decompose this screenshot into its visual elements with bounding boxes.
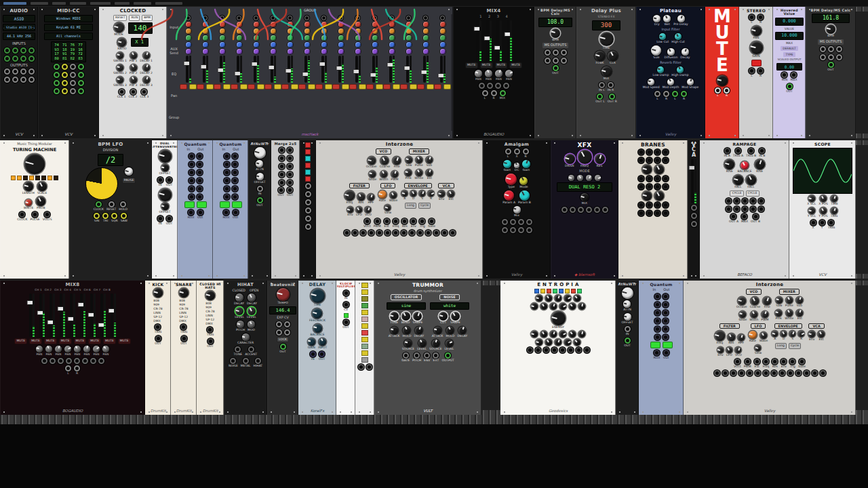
knob[interactable] <box>749 331 757 339</box>
jack-port[interactable] <box>820 46 826 52</box>
solo-button[interactable] <box>240 84 248 89</box>
jack-port[interactable] <box>646 184 652 190</box>
knob[interactable] <box>574 295 580 302</box>
jack-port[interactable] <box>74 365 80 371</box>
knob[interactable] <box>356 207 362 213</box>
jack-port[interactable] <box>208 338 214 344</box>
interzone[interactable]: InterzoneVCOOctaveCoarseFineGlideWidthPW… <box>316 140 483 279</box>
knob[interactable] <box>545 295 552 302</box>
mute-button[interactable] <box>315 84 323 89</box>
channel-knob[interactable] <box>254 49 259 54</box>
fader-track[interactable] <box>220 56 222 83</box>
fader-track[interactable] <box>486 20 489 61</box>
jack-port[interactable] <box>279 171 285 178</box>
jack-port[interactable] <box>450 230 456 236</box>
knob[interactable] <box>654 165 664 174</box>
jack-port[interactable] <box>54 72 60 78</box>
jack-port[interactable] <box>224 178 230 184</box>
knob[interactable] <box>391 327 398 334</box>
knob[interactable] <box>642 191 652 201</box>
knob[interactable] <box>153 288 163 298</box>
led[interactable] <box>47 176 52 180</box>
channel-knob[interactable] <box>203 28 208 34</box>
jack-port[interactable] <box>526 219 532 225</box>
channel-knob[interactable] <box>288 35 293 41</box>
knob[interactable] <box>564 295 571 302</box>
knob[interactable] <box>677 66 684 73</box>
knob[interactable] <box>426 169 433 176</box>
channel-knob[interactable] <box>440 42 446 47</box>
jack-port[interactable] <box>197 161 203 167</box>
jack-port[interactable] <box>804 370 810 376</box>
jack-port[interactable] <box>663 326 669 332</box>
knob[interactable] <box>781 331 787 337</box>
knob[interactable] <box>117 52 123 59</box>
jack-port[interactable] <box>166 216 172 222</box>
jack-port[interactable] <box>518 219 524 225</box>
led[interactable] <box>361 303 368 308</box>
jack-port[interactable] <box>755 370 761 376</box>
jack-port[interactable] <box>368 230 374 236</box>
mute-button[interactable] <box>298 84 306 89</box>
knob[interactable] <box>74 346 81 352</box>
jack-port[interactable] <box>663 202 669 208</box>
knob[interactable] <box>762 311 768 318</box>
jack-port[interactable] <box>78 72 84 78</box>
jack-port[interactable] <box>763 359 769 365</box>
channel-knob[interactable] <box>186 35 191 41</box>
jack-port[interactable] <box>130 89 136 95</box>
knob[interactable] <box>393 157 401 165</box>
menu-item[interactable] <box>134 2 151 5</box>
jack-port[interactable] <box>654 326 660 332</box>
jack-port[interactable] <box>543 347 549 353</box>
channel-knob[interactable] <box>406 22 412 27</box>
jack-port[interactable] <box>812 370 818 376</box>
jack-port[interactable] <box>41 358 47 364</box>
knob[interactable] <box>798 331 804 337</box>
jack-port[interactable] <box>597 94 603 100</box>
jack-port[interactable] <box>284 321 290 327</box>
knob[interactable] <box>545 339 552 346</box>
jack-port[interactable] <box>654 184 660 190</box>
merge-2x5[interactable]: Merge 2x5OUTOUT <box>271 140 300 279</box>
knob[interactable] <box>416 157 422 163</box>
channel-knob[interactable] <box>271 35 276 41</box>
mixer-channel-strip[interactable] <box>298 16 315 129</box>
mute-button[interactable] <box>281 84 289 89</box>
channel-knob[interactable] <box>237 22 242 27</box>
jack-port[interactable] <box>795 370 802 376</box>
fader-track[interactable] <box>440 56 443 83</box>
jack-port[interactable] <box>233 209 239 216</box>
fader-track[interactable] <box>389 56 392 83</box>
channel-knob[interactable] <box>186 42 191 47</box>
channel-knob[interactable] <box>338 22 344 27</box>
jack-port[interactable] <box>343 319 349 325</box>
knob[interactable] <box>789 331 795 337</box>
knob[interactable] <box>143 77 150 83</box>
jack-port[interactable] <box>526 227 532 233</box>
knob[interactable] <box>369 171 376 178</box>
jack-port[interactable] <box>276 321 282 327</box>
button[interactable]: LOCK <box>277 337 289 343</box>
jack-port[interactable] <box>232 186 238 192</box>
knob[interactable] <box>102 346 109 352</box>
channel-fader[interactable] <box>237 56 242 83</box>
knob[interactable] <box>159 188 172 201</box>
jack-port[interactable] <box>189 194 195 200</box>
jack-port[interactable] <box>224 186 230 192</box>
jack-port[interactable] <box>429 218 435 224</box>
jack-port[interactable] <box>663 91 669 97</box>
channel-knob[interactable] <box>220 49 225 54</box>
button[interactable]: MUTE <box>118 338 131 344</box>
jack-port[interactable] <box>90 358 96 364</box>
jack-port[interactable] <box>527 347 533 353</box>
jack-port[interactable] <box>742 198 748 204</box>
jack-port[interactable] <box>66 358 72 364</box>
knob[interactable] <box>64 346 71 352</box>
knob[interactable] <box>179 288 189 298</box>
mix4[interactable]: MIX41 2 3 4MUTEMUTEMUTEMUTEPANPANPANPANL… <box>453 7 534 138</box>
jack-port[interactable] <box>663 210 669 216</box>
jack-port[interactable] <box>305 216 311 222</box>
jack-port[interactable] <box>433 230 439 236</box>
solo-button[interactable] <box>291 84 298 89</box>
